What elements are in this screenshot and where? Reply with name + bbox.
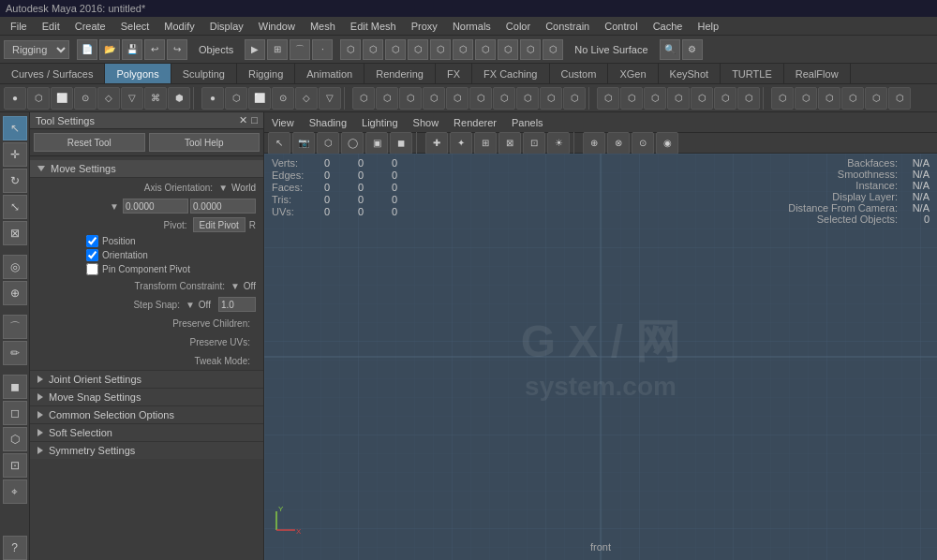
vp-menu-panels[interactable]: Panels bbox=[508, 117, 547, 128]
vp-icon-h[interactable]: ⊗ bbox=[607, 132, 630, 155]
mode-dropdown[interactable]: Rigging bbox=[4, 40, 69, 59]
menu-cache[interactable]: Cache bbox=[647, 19, 690, 34]
move-tool[interactable]: ✛ bbox=[3, 142, 27, 167]
icon-btn-1[interactable]: ⬡ bbox=[340, 39, 361, 60]
poly-icon-11[interactable]: ⬜ bbox=[248, 87, 271, 110]
icon-btn-7[interactable]: ⬡ bbox=[475, 39, 496, 60]
menu-select[interactable]: Select bbox=[114, 19, 156, 34]
vp-icon-i[interactable]: ⊙ bbox=[632, 132, 654, 155]
poly-icon-19[interactable]: ⬡ bbox=[446, 87, 468, 110]
tab-fx-caching[interactable]: FX Caching bbox=[472, 64, 549, 83]
rotate-tool[interactable]: ↻ bbox=[3, 169, 27, 193]
poly-icon-5[interactable]: ◇ bbox=[97, 87, 120, 110]
poly-icon-1[interactable]: ● bbox=[4, 87, 26, 110]
icon-btn-3[interactable]: ⬡ bbox=[385, 39, 406, 60]
vp-icon-d[interactable]: ⊠ bbox=[498, 132, 521, 155]
vp-icon-e[interactable]: ⊡ bbox=[523, 132, 545, 155]
poly-icon-10[interactable]: ⬡ bbox=[225, 87, 247, 110]
save-file-btn[interactable]: 💾 bbox=[122, 39, 142, 60]
vp-icon-shaded[interactable]: ◼ bbox=[390, 132, 412, 155]
value2-input[interactable] bbox=[190, 199, 256, 214]
icon-btn-10[interactable]: ⬡ bbox=[543, 39, 563, 60]
vp-menu-view[interactable]: View bbox=[268, 117, 298, 128]
menu-color[interactable]: Color bbox=[499, 19, 537, 34]
poly-icon-8[interactable]: ⬢ bbox=[168, 87, 190, 110]
vp-icon-j[interactable]: ◉ bbox=[656, 132, 678, 155]
menu-window[interactable]: Window bbox=[252, 19, 302, 34]
menu-normals[interactable]: Normals bbox=[446, 19, 498, 34]
soft-selection-section[interactable]: Soft Selection bbox=[30, 423, 263, 441]
move-snap-section[interactable]: Move Snap Settings bbox=[30, 388, 263, 405]
poly-icon-13[interactable]: ◇ bbox=[295, 87, 318, 110]
tab-sculpting[interactable]: Sculpting bbox=[171, 64, 237, 83]
poly-icon-21[interactable]: ⬡ bbox=[493, 87, 515, 110]
paint-tool[interactable]: ✏ bbox=[3, 341, 27, 365]
vp-icon-cam[interactable]: 📷 bbox=[292, 132, 315, 155]
poly-icon-32[interactable]: ⬡ bbox=[771, 87, 794, 110]
orientation-checkbox[interactable] bbox=[86, 249, 98, 261]
symmetry-section[interactable]: Symmetry Settings bbox=[30, 441, 263, 459]
tab-rigging[interactable]: Rigging bbox=[237, 64, 295, 83]
poly-icon-26[interactable]: ⬡ bbox=[620, 87, 643, 110]
step-snap-input[interactable] bbox=[218, 297, 256, 312]
snap-curve-btn[interactable]: ⌒ bbox=[290, 39, 310, 60]
side-icon-3[interactable]: ⬡ bbox=[3, 427, 27, 451]
tab-custom[interactable]: Custom bbox=[550, 64, 609, 83]
poly-icon-22[interactable]: ⬡ bbox=[516, 87, 539, 110]
show-manipulator[interactable]: ⊕ bbox=[3, 281, 27, 305]
poly-icon-31[interactable]: ⬡ bbox=[737, 87, 760, 110]
poly-icon-23[interactable]: ⬡ bbox=[540, 87, 562, 110]
pin-pivot-checkbox[interactable] bbox=[86, 263, 98, 275]
menu-file[interactable]: File bbox=[4, 19, 34, 34]
tab-realflow[interactable]: RealFlow bbox=[784, 64, 851, 83]
poly-icon-30[interactable]: ⬡ bbox=[714, 87, 736, 110]
poly-icon-6[interactable]: ▽ bbox=[121, 87, 143, 110]
viewport-canvas[interactable]: Verts: 0 0 0 Edges: 0 0 0 Faces: 0 0 bbox=[264, 154, 937, 560]
vp-icon-select[interactable]: ↖ bbox=[268, 132, 290, 155]
icon-btn-12[interactable]: ⚙ bbox=[682, 39, 703, 60]
quick-help-btn[interactable]: ? bbox=[3, 536, 27, 560]
close-icon[interactable]: ✕ bbox=[239, 114, 247, 126]
tab-keyshot[interactable]: KeyShot bbox=[659, 64, 721, 83]
icon-btn-8[interactable]: ⬡ bbox=[498, 39, 518, 60]
tab-fx[interactable]: FX bbox=[436, 64, 472, 83]
vp-icon-smooth[interactable]: ◯ bbox=[341, 132, 364, 155]
vp-menu-lighting[interactable]: Lighting bbox=[358, 117, 402, 128]
poly-icon-17[interactable]: ⬡ bbox=[399, 87, 422, 110]
poly-icon-28[interactable]: ⬡ bbox=[667, 87, 690, 110]
menu-help[interactable]: Help bbox=[691, 19, 725, 34]
vp-icon-tex[interactable]: ▣ bbox=[365, 132, 388, 155]
vp-icon-c[interactable]: ⊞ bbox=[474, 132, 497, 155]
icon-btn-6[interactable]: ⬡ bbox=[453, 39, 473, 60]
poly-icon-18[interactable]: ⬡ bbox=[423, 87, 445, 110]
scale-tool[interactable]: ⤡ bbox=[3, 195, 27, 219]
menu-create[interactable]: Create bbox=[68, 19, 112, 34]
edit-pivot-btn[interactable]: Edit Pivot bbox=[193, 217, 245, 232]
redo-btn[interactable]: ↪ bbox=[167, 39, 187, 60]
side-icon-5[interactable]: ⌖ bbox=[3, 479, 27, 504]
poly-icon-36[interactable]: ⬡ bbox=[865, 87, 887, 110]
poly-icon-27[interactable]: ⬡ bbox=[644, 87, 666, 110]
poly-icon-9[interactable]: ● bbox=[201, 87, 224, 110]
tab-curves-surfaces[interactable]: Curves / Surfaces bbox=[0, 64, 105, 83]
menu-mesh[interactable]: Mesh bbox=[304, 19, 342, 34]
maximize-icon[interactable]: □ bbox=[251, 114, 258, 126]
side-icon-1[interactable]: ◼ bbox=[3, 375, 27, 399]
tab-turtle[interactable]: TURTLE bbox=[721, 64, 784, 83]
vp-icon-a[interactable]: ✚ bbox=[425, 132, 448, 155]
poly-icon-25[interactable]: ⬡ bbox=[597, 87, 619, 110]
select-mode-btn[interactable]: ▶ bbox=[245, 39, 265, 60]
joint-orient-section[interactable]: Joint Orient Settings bbox=[30, 370, 263, 388]
vp-icon-f[interactable]: ☀ bbox=[547, 132, 570, 155]
poly-icon-7[interactable]: ⌘ bbox=[144, 87, 167, 110]
poly-icon-4[interactable]: ⊙ bbox=[74, 87, 97, 110]
tab-xgen[interactable]: XGen bbox=[608, 64, 658, 83]
last-tool[interactable]: ⊠ bbox=[3, 221, 27, 245]
side-icon-4[interactable]: ⊡ bbox=[3, 453, 27, 478]
icon-btn-9[interactable]: ⬡ bbox=[520, 39, 541, 60]
poly-icon-29[interactable]: ⬡ bbox=[691, 87, 713, 110]
common-selection-section[interactable]: Common Selection Options bbox=[30, 405, 263, 423]
icon-btn-11[interactable]: 🔍 bbox=[660, 39, 680, 60]
new-file-btn[interactable]: 📄 bbox=[77, 39, 97, 60]
vp-menu-shading[interactable]: Shading bbox=[305, 117, 350, 128]
